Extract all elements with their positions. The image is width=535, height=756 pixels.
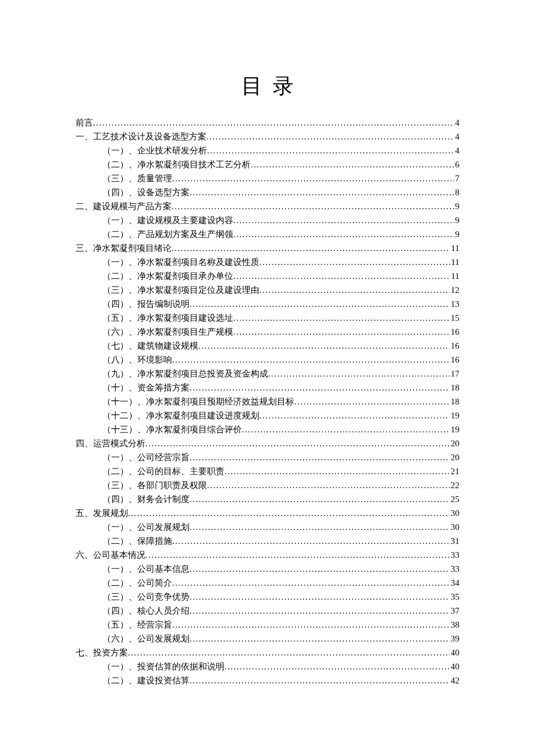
- toc-dot-leader: [172, 534, 450, 548]
- toc-entry: （六）、净水絮凝剂项目生产规模16: [102, 325, 459, 339]
- toc-entry-label: 三、净水絮凝剂项目绪论: [76, 241, 172, 255]
- toc-dot-leader: [128, 506, 450, 520]
- toc-entry: （四）、财务会计制度25: [102, 492, 459, 506]
- toc-entry-page: 19: [450, 409, 459, 422]
- toc-entry-label: （一）、投资估算的依据和说明: [102, 660, 224, 673]
- toc-entry-label: （四）、核心人员介绍: [102, 604, 190, 618]
- document-page: 目录 前言4一、工艺技术设计及设备选型方案4（一）、企业技术研发分析4（二）、净…: [0, 0, 535, 734]
- toc-entry: （一）、公司经营宗旨20: [102, 450, 459, 464]
- toc-entry-label: 前言: [76, 116, 93, 130]
- toc-entry-page: 4: [454, 116, 460, 130]
- toc-entry-label: （三）、质量管理: [102, 171, 172, 185]
- toc-entry: （三）、质量管理7: [102, 171, 459, 185]
- toc-entry-page: 39: [450, 632, 459, 646]
- toc-dot-leader: [233, 227, 454, 241]
- toc-dot-leader: [198, 339, 450, 353]
- toc-dot-leader: [172, 241, 450, 255]
- toc-entry: （十三）、净水絮凝剂项目综合评价19: [102, 422, 459, 436]
- toc-entry-label: （十）、资金筹措方案: [102, 381, 190, 395]
- toc-dot-leader: [207, 478, 450, 492]
- toc-entry: （五）、经营宗旨38: [102, 618, 459, 632]
- toc-entry: 三、净水絮凝剂项目绪论11: [76, 241, 459, 255]
- toc-entry-label: 二、建设规模与产品方案: [76, 199, 172, 213]
- toc-dot-leader: [190, 520, 450, 534]
- toc-entry-page: 13: [450, 297, 459, 311]
- toc-entry-label: （二）、净水絮凝剂项目承办单位: [102, 269, 233, 283]
- page-title: 目录: [76, 72, 459, 101]
- toc-entry-page: 16: [450, 325, 459, 339]
- toc-entry-label: 五、发展规划: [76, 506, 128, 520]
- toc-dot-leader: [251, 157, 454, 171]
- toc-dot-leader: [233, 325, 450, 339]
- toc-dot-leader: [145, 548, 450, 562]
- toc-dot-leader: [190, 673, 450, 687]
- toc-dot-leader: [93, 116, 454, 130]
- toc-entry-label: （二）、保障措施: [102, 534, 172, 548]
- toc-entry-label: （十三）、净水絮凝剂项目综合评价: [102, 422, 242, 436]
- toc-entry-label: 四、运营模式分析: [76, 436, 145, 450]
- toc-entry: （四）、设备选型方案8: [102, 185, 459, 199]
- toc-entry: （四）、报告编制说明13: [102, 297, 459, 311]
- toc-entry-label: （二）、产品规划方案及生产纲领: [102, 227, 233, 241]
- toc-dot-leader: [259, 409, 450, 422]
- toc-dot-leader: [233, 311, 450, 325]
- toc-entry-page: 20: [450, 436, 459, 450]
- toc-entry: （二）、公司简介34: [102, 576, 459, 590]
- toc-entry-page: 37: [450, 604, 459, 618]
- toc-entry: （一）、投资估算的依据和说明40: [102, 660, 459, 673]
- toc-dot-leader: [268, 367, 450, 381]
- toc-entry-page: 8: [454, 185, 460, 199]
- toc-entry: （一）、公司发展规划30: [102, 520, 459, 534]
- toc-list: 前言4一、工艺技术设计及设备选型方案4（一）、企业技术研发分析4（二）、净水絮凝…: [76, 116, 459, 687]
- toc-entry-page: 15: [450, 311, 459, 325]
- toc-entry-page: 17: [450, 367, 459, 381]
- toc-dot-leader: [172, 199, 454, 213]
- toc-entry-label: （四）、财务会计制度: [102, 492, 190, 506]
- toc-entry: （二）、保障措施31: [102, 534, 459, 548]
- toc-entry-page: 6: [454, 157, 460, 171]
- toc-entry-label: （三）、净水絮凝剂项目定位及建设理由: [102, 283, 259, 297]
- toc-entry: （二）、公司的目标、主要职责21: [102, 464, 459, 478]
- toc-entry: 六、公司基本情况33: [76, 548, 459, 562]
- toc-entry: （一）、建设规模及主要建设内容9: [102, 213, 459, 227]
- toc-entry: （二）、建设投资估算42: [102, 673, 459, 687]
- toc-entry-label: （十一）、净水絮凝剂项目预期经济效益规划目标: [102, 395, 294, 409]
- toc-entry: （一）、净水絮凝剂项目名称及建设性质11: [102, 255, 459, 269]
- toc-entry-page: 42: [450, 673, 459, 687]
- toc-entry: （二）、净水絮凝剂项目技术工艺分析6: [102, 157, 459, 171]
- toc-entry-page: 9: [454, 199, 460, 213]
- toc-dot-leader: [190, 297, 450, 311]
- toc-dot-leader: [190, 185, 454, 199]
- toc-entry: 四、运营模式分析20: [76, 436, 459, 450]
- toc-entry-page: 16: [450, 339, 459, 353]
- toc-dot-leader: [207, 144, 454, 157]
- toc-dot-leader: [190, 450, 450, 464]
- toc-entry-label: 七、投资方案: [76, 646, 128, 660]
- toc-entry-page: 33: [450, 562, 459, 576]
- toc-entry-label: 六、公司基本情况: [76, 548, 145, 562]
- toc-entry: （三）、净水絮凝剂项目定位及建设理由12: [102, 283, 459, 297]
- toc-entry-page: 31: [450, 534, 459, 548]
- toc-dot-leader: [242, 422, 450, 436]
- toc-entry-page: 25: [450, 492, 459, 506]
- toc-entry: （六）、公司发展规划39: [102, 632, 459, 646]
- toc-entry-label: （九）、净水絮凝剂项目总投资及资金构成: [102, 367, 268, 381]
- toc-entry-label: （三）、各部门职责及权限: [102, 478, 207, 492]
- toc-dot-leader: [190, 381, 450, 395]
- toc-entry-label: （十二）、净水絮凝剂项目建设进度规划: [102, 409, 259, 422]
- toc-entry-label: （一）、建设规模及主要建设内容: [102, 213, 233, 227]
- toc-dot-leader: [190, 562, 450, 576]
- toc-entry-page: 4: [454, 130, 460, 144]
- toc-dot-leader: [128, 646, 450, 660]
- toc-entry-page: 35: [450, 590, 459, 604]
- toc-dot-leader: [224, 660, 450, 673]
- toc-entry: （三）、公司竞争优势35: [102, 590, 459, 604]
- toc-entry-page: 30: [450, 506, 459, 520]
- toc-entry: （八）、环境影响16: [102, 353, 459, 367]
- toc-entry-label: （八）、环境影响: [102, 353, 172, 367]
- toc-entry: 七、投资方案40: [76, 646, 459, 660]
- toc-dot-leader: [206, 130, 454, 144]
- toc-entry-page: 20: [450, 450, 459, 464]
- toc-entry-label: （二）、净水絮凝剂项目技术工艺分析: [102, 157, 251, 171]
- toc-dot-leader: [294, 395, 450, 409]
